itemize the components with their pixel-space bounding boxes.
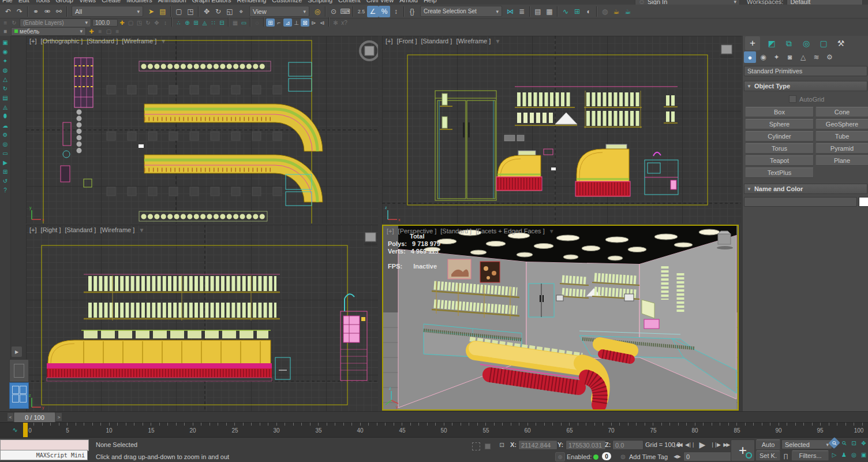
tab-create[interactable]: + bbox=[745, 36, 760, 50]
scene-explorer-icon[interactable]: ▤ bbox=[532, 6, 544, 17]
x-coordinate-field[interactable]: 21142.844 bbox=[518, 440, 558, 450]
viewport-menu[interactable]: [+] bbox=[386, 38, 393, 44]
material-ball-icon[interactable]: ◍ bbox=[599, 6, 611, 17]
left-toolbar-icon-4[interactable]: ◍ bbox=[1, 66, 10, 74]
filters-button[interactable]: Filters... bbox=[792, 450, 829, 461]
subtab-helpers[interactable]: △ bbox=[797, 51, 809, 63]
placement-icon[interactable]: ⌖ bbox=[235, 6, 247, 17]
tab-motion[interactable]: ◎ bbox=[800, 38, 812, 49]
layout-tab-quad[interactable] bbox=[9, 382, 29, 409]
render-icon[interactable]: ☕ bbox=[622, 6, 634, 17]
layer-gear-icon[interactable]: ✚ bbox=[118, 18, 126, 27]
scale-icon[interactable]: ◱ bbox=[224, 6, 235, 17]
add-to-layer-icon[interactable]: ▢ bbox=[126, 18, 135, 27]
layer-spinner[interactable]: 100.0 bbox=[92, 19, 118, 27]
walk-through-icon[interactable]: ♟ bbox=[840, 450, 848, 459]
viewport-menu[interactable]: [+] bbox=[29, 226, 37, 233]
active-layer-dropdown[interactable]: мебель ▾ bbox=[11, 27, 86, 36]
viewport-filter-icon[interactable]: ▼ bbox=[160, 38, 166, 44]
select-manipulate-icon[interactable]: ⊙ bbox=[328, 6, 339, 17]
viewport-right[interactable]: [+] [Right ] [Standard ] [Wireframe ] ▼ bbox=[26, 225, 378, 411]
marquee-region-icon[interactable]: ▢ bbox=[173, 6, 185, 17]
undo-icon[interactable]: ↶ bbox=[2, 6, 14, 17]
menu-civil-view[interactable]: Civil View bbox=[366, 0, 394, 3]
menu-group[interactable]: Group bbox=[55, 0, 73, 3]
left-toolbar-icon-17[interactable]: ? bbox=[1, 186, 10, 194]
add-selection-to-layer-icon[interactable]: ▢ bbox=[104, 27, 113, 35]
tab-modify[interactable]: ◩ bbox=[766, 38, 777, 49]
select-by-name-icon[interactable]: ▤ bbox=[157, 6, 169, 17]
selection-set-dropdown[interactable]: Create Selection Set ▾ bbox=[420, 6, 502, 17]
grid-align-icon[interactable]: ▦ bbox=[231, 18, 240, 27]
zoom-all-icon[interactable]: ⚲ bbox=[838, 437, 850, 449]
autogrid-checkbox[interactable] bbox=[789, 95, 796, 103]
material-editor-icon[interactable]: ◐ bbox=[583, 6, 594, 17]
axis-screen-icon[interactable]: ⊠ bbox=[301, 18, 309, 27]
viewport-pov-menu[interactable]: [Orthographic ] bbox=[41, 38, 83, 44]
menu-modifiers[interactable]: Modifiers bbox=[126, 0, 152, 3]
subtab-shapes[interactable]: ◉ bbox=[757, 51, 769, 63]
circle-select-icon[interactable]: ◌ bbox=[253, 18, 261, 27]
viewport-shading-menu[interactable]: [Wireframe ] bbox=[456, 38, 491, 44]
freeze-icon[interactable]: ✻ bbox=[331, 18, 340, 27]
subtab-cameras[interactable]: ◙ bbox=[784, 51, 796, 63]
previous-frame-button[interactable]: ◀❘❘ bbox=[684, 439, 695, 450]
redo-icon[interactable]: ↷ bbox=[14, 6, 25, 17]
button-cylinder[interactable]: Cylinder bbox=[745, 131, 814, 141]
left-toolbar-icon-6[interactable]: ↻ bbox=[1, 84, 10, 92]
left-toolbar-icon-2[interactable]: ◉ bbox=[1, 47, 10, 55]
left-toolbar-icon-15[interactable]: ⊞ bbox=[1, 167, 10, 176]
subtab-spacewarps[interactable]: ≋ bbox=[810, 51, 822, 63]
left-toolbar-icon-8[interactable]: ◬ bbox=[1, 103, 10, 111]
left-toolbar-icon-14[interactable]: ▶ bbox=[1, 158, 10, 166]
layer-list-icon[interactable]: ≡ bbox=[1, 18, 10, 27]
snap-flag-icon[interactable]: ⊲ bbox=[318, 18, 327, 27]
y-coordinate-field[interactable]: 175530.031 bbox=[566, 440, 606, 450]
isolate-selection-icon[interactable] bbox=[472, 442, 480, 450]
viewport-filter-icon[interactable]: ▼ bbox=[139, 227, 144, 233]
layer-rotate-icon[interactable]: ↻ bbox=[144, 18, 152, 27]
menu-customize[interactable]: Customize bbox=[272, 0, 302, 3]
layer-move-icon[interactable]: ✥ bbox=[152, 18, 161, 27]
button-pyramid[interactable]: Pyramid bbox=[815, 143, 868, 154]
select-in-layer-icon[interactable]: ◳ bbox=[135, 18, 144, 27]
subtab-systems[interactable]: ⚙ bbox=[824, 51, 836, 63]
go-to-start-button[interactable]: ❘◀◀ bbox=[671, 439, 683, 450]
viewport-front[interactable]: [+] [Front ] [Standard ] [Wireframe ] ▼ bbox=[382, 36, 741, 223]
viewport-pov-menu[interactable]: [Front ] bbox=[397, 38, 417, 44]
menu-animation[interactable]: Animation bbox=[158, 0, 186, 3]
viewport-style-menu[interactable]: [Standard ] bbox=[421, 38, 452, 44]
axis-z-lock-icon[interactable]: ⊿ bbox=[283, 18, 292, 27]
button-textplus[interactable]: TextPlus bbox=[745, 167, 814, 178]
left-toolbar-icon-5[interactable]: △ bbox=[1, 75, 10, 83]
button-geosphere[interactable]: GeoSphere bbox=[815, 119, 868, 129]
snap-edge-icon[interactable]: ⊟ bbox=[218, 18, 226, 27]
menu-rendering[interactable]: Rendering bbox=[237, 0, 267, 3]
enabled-count-pill[interactable]: 0 bbox=[602, 452, 611, 460]
tab-utilities[interactable]: ⚒ bbox=[835, 38, 847, 49]
selected-key-filter-dropdown[interactable]: Selected ▾ bbox=[781, 439, 832, 449]
workspaces-dropdown[interactable]: Default bbox=[787, 0, 863, 5]
snap-25d-icon[interactable]: 2.5 bbox=[356, 6, 367, 17]
button-cone[interactable]: Cone bbox=[815, 107, 868, 117]
snap-dots-icon[interactable]: ∴ bbox=[174, 18, 183, 27]
button-tube[interactable]: Tube bbox=[815, 131, 868, 141]
menu-scripting[interactable]: Scripting bbox=[308, 0, 332, 3]
schematic-view-icon[interactable]: ⊞ bbox=[571, 6, 583, 17]
tab-display[interactable]: ▢ bbox=[818, 38, 829, 49]
key-step-toggle-icon[interactable]: ◀▶ bbox=[673, 452, 682, 460]
layer-explorer-icon[interactable]: ▦ bbox=[544, 6, 555, 17]
menu-tools[interactable]: Tools bbox=[35, 0, 50, 3]
left-toolbar-icon-3[interactable]: ✦ bbox=[1, 57, 10, 65]
percent-snap-icon[interactable]: % bbox=[379, 6, 390, 17]
layer-props-icon[interactable]: ≡ bbox=[96, 27, 104, 35]
primitive-category-dropdown[interactable]: Standard Primitives bbox=[744, 66, 867, 76]
selection-filter-dropdown[interactable]: All ▾ bbox=[72, 6, 143, 17]
align-icon[interactable]: ≣ bbox=[516, 6, 527, 17]
button-teapot[interactable]: Teapot bbox=[745, 155, 814, 166]
tab-hierarchy[interactable]: ⧉ bbox=[783, 38, 795, 49]
snap-angle2-icon[interactable]: ⊳ bbox=[309, 18, 318, 27]
select-object-icon[interactable]: ➤ bbox=[145, 6, 157, 17]
button-box[interactable]: Box bbox=[745, 107, 814, 117]
rotate-icon[interactable]: ↻ bbox=[212, 6, 224, 17]
